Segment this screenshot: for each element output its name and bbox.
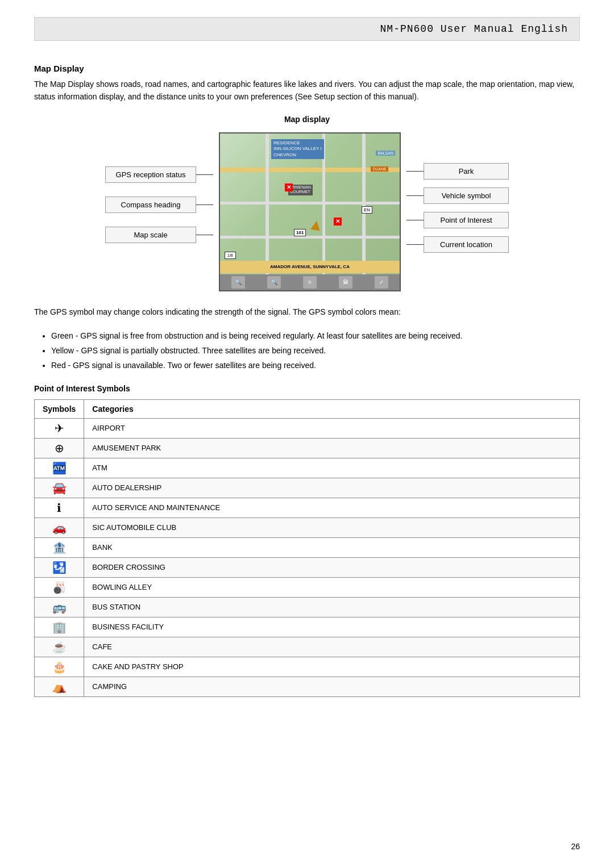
map-label-duane: DUANE: [371, 166, 388, 172]
category-cell: BANK: [84, 537, 580, 557]
right-item-poi: Point of Interest: [406, 212, 509, 228]
symbol-cell: 🚗: [35, 518, 84, 537]
category-cell: BOWLING ALLEY: [84, 577, 580, 597]
table-row: 🚘AUTO DEALERSHIP: [35, 478, 580, 498]
road-horizontal-3: [220, 236, 400, 239]
header-bar: NM-PN600 User Manual English: [34, 17, 580, 41]
map-display-body: The Map Display shows roads, road names,…: [34, 78, 580, 103]
label-map-scale: Map scale: [105, 227, 196, 243]
gps-bullet-red: Red - GPS signal is unavailable. Two or …: [51, 359, 580, 373]
poi-table: Symbols Categories ✈AIRPORT⊕AMUSEMENT PA…: [34, 399, 580, 697]
poi-section-title: Point of Interest Symbols: [34, 384, 580, 395]
symbol-cell: ☕: [35, 637, 84, 657]
left-item-gps: GPS reception status: [105, 166, 213, 183]
connector-poi: [406, 220, 424, 220]
symbol-cell: 🎂: [35, 657, 84, 677]
map-label-en: EN: [362, 206, 372, 214]
category-cell: AUTO DEALERSHIP: [84, 478, 580, 498]
section-title-map-display: Map Display: [34, 64, 580, 73]
map-display-diagram-title: Map display: [284, 115, 330, 124]
map-label-residence: RESIDENCEINN-SILICON VALLEY ICHEVRON: [271, 139, 324, 159]
table-row: 🚌BUS STATION: [35, 597, 580, 617]
table-row: 🏢BUSINESS FACILITY: [35, 617, 580, 637]
right-item-vehicle: Vehicle symbol: [406, 187, 509, 204]
toolbar-btn-3[interactable]: ≡: [303, 276, 317, 289]
connector-vehicle: [406, 195, 424, 196]
category-cell: BUS STATION: [84, 597, 580, 617]
symbol-cell: 🏦: [35, 537, 84, 557]
header-title: NM-PN600 User Manual English: [380, 23, 568, 35]
symbol-cell: 🎳: [35, 577, 84, 597]
right-labels: Park Vehicle symbol Point of Interest Cu…: [406, 163, 509, 261]
toolbar-btn-5[interactable]: ✓: [375, 276, 388, 289]
category-cell: AMUSEMENT PARK: [84, 438, 580, 458]
map-image: RESIDENCEINN-SILICON VALLEY ICHEVRON BAL…: [219, 132, 401, 291]
label-vehicle-symbol: Vehicle symbol: [424, 187, 509, 204]
table-row: ℹAUTO SERVICE AND MAINTENANCE: [35, 498, 580, 518]
category-cell: SIC AUTOMOBILE CLUB: [84, 518, 580, 537]
road-horizontal-2: [220, 202, 400, 205]
gps-bullet-yellow: Yellow - GPS signal is partially obstruc…: [51, 344, 580, 358]
category-cell: AUTO SERVICE AND MAINTENANCE: [84, 498, 580, 518]
label-point-of-interest: Point of Interest: [424, 212, 509, 228]
map-label-101: 101: [294, 229, 306, 236]
col-symbols: Symbols: [35, 399, 84, 418]
table-row: 🏧ATM: [35, 458, 580, 478]
label-park: Park: [424, 163, 509, 180]
table-row: 🎂CAKE AND PASTRY SHOP: [35, 657, 580, 677]
symbol-cell: 🏧: [35, 458, 84, 478]
left-item-compass: Compass heading: [105, 197, 213, 213]
category-cell: ATM: [84, 458, 580, 478]
symbol-cell: 🏢: [35, 617, 84, 637]
label-current-location: Current location: [424, 236, 509, 253]
connector-mapscale: [196, 235, 213, 235]
right-item-park: Park: [406, 163, 509, 180]
left-item-mapscale: Map scale: [105, 227, 213, 243]
symbol-cell: ℹ: [35, 498, 84, 518]
symbol-cell: ⊕: [35, 438, 84, 458]
map-display-section: Map display GPS reception status Compass…: [34, 115, 580, 291]
category-cell: AIRPORT: [84, 418, 580, 438]
category-cell: CAFE: [84, 637, 580, 657]
toolbar-btn-1[interactable]: 🔍: [231, 276, 245, 289]
map-background: RESIDENCEINN-SILICON VALLEY ICHEVRON BAL…: [220, 133, 400, 290]
connector-current-loc: [406, 244, 424, 245]
category-cell: CAKE AND PASTRY SHOP: [84, 657, 580, 677]
diagram-wrapper: GPS reception status Compass heading Map…: [34, 132, 580, 291]
connector-gps: [196, 174, 213, 175]
symbol-cell: 🛂: [35, 557, 84, 577]
left-labels: GPS reception status Compass heading Map…: [105, 166, 213, 257]
map-cross-1: ✕: [285, 183, 293, 191]
gps-intro-text: The GPS symbol may change colors indicat…: [34, 306, 580, 318]
symbol-cell: 🚘: [35, 478, 84, 498]
connector-park: [406, 171, 424, 172]
col-categories: Categories: [84, 399, 580, 418]
toolbar-btn-2[interactable]: 🔍: [267, 276, 281, 289]
symbol-cell: ⛺: [35, 677, 84, 696]
toolbar-btn-4[interactable]: 🏛: [339, 276, 352, 289]
category-cell: CAMPING: [84, 677, 580, 696]
table-row: ⛺CAMPING: [35, 677, 580, 696]
map-cross-2: ✕: [334, 218, 342, 226]
table-row: ☕CAFE: [35, 637, 580, 657]
map-label-balsan: BALSAN: [376, 151, 395, 156]
symbol-cell: ✈: [35, 418, 84, 438]
page-number: 26: [571, 842, 580, 851]
label-gps-reception: GPS reception status: [105, 166, 196, 183]
symbol-cell: 🚌: [35, 597, 84, 617]
table-row: 🏦BANK: [35, 537, 580, 557]
map-street-bottom: AMADOR AVENUE, SUNNYVALE, CA: [220, 261, 400, 273]
gps-bullet-green: Green - GPS signal is free from obstruct…: [51, 329, 580, 343]
map-vehicle-arrow: ▲: [306, 215, 325, 235]
map-toolbar: 🔍 🔍 ≡ 🏛 ✓: [220, 274, 400, 290]
table-row: ✈AIRPORT: [35, 418, 580, 438]
category-cell: BORDER CROSSING: [84, 557, 580, 577]
table-row: 🎳BOWLING ALLEY: [35, 577, 580, 597]
connector-compass: [196, 205, 213, 205]
map-scale-indicator: 1/8: [225, 252, 236, 259]
gps-bullet-list: Green - GPS signal is free from obstruct…: [51, 329, 580, 372]
label-compass-heading: Compass heading: [105, 197, 196, 213]
table-row: ⊕AMUSEMENT PARK: [35, 438, 580, 458]
table-row: 🚗SIC AUTOMOBILE CLUB: [35, 518, 580, 537]
right-item-current-loc: Current location: [406, 236, 509, 253]
